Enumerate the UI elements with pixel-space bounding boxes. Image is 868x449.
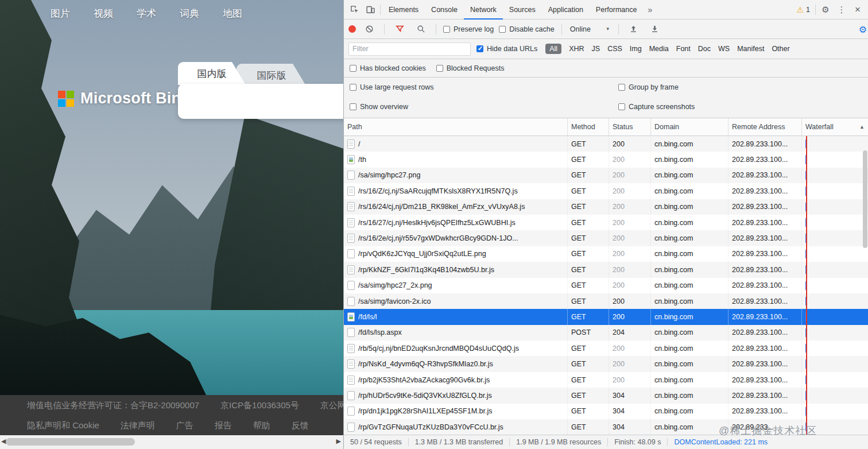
footer-link-ads[interactable]: 广告 [176, 420, 193, 431]
use-large-request-rows-checkbox[interactable] [350, 84, 356, 91]
table-row[interactable]: /rb/5q/cj,nj/bnED2uqKsnJrcndMBQD4sUuCQdQ… [344, 340, 868, 356]
column-header-domain[interactable]: Domain [651, 118, 728, 136]
throttling-dropdown[interactable]: Online ▼ [569, 25, 611, 33]
column-header-waterfall[interactable]: Waterfall ▲ [802, 118, 868, 136]
table-row[interactable]: /rs/16/Z/cj,nj/SaARcujqfMTKslsX8RYX1fR5N… [344, 183, 868, 199]
close-devtools-icon[interactable]: × [850, 2, 866, 17]
nav-images[interactable]: 图片 [51, 7, 70, 20]
table-row[interactable]: /rp/KkNZF_6GkI7l1q3Kq4B104zwb5U.br.js GE… [344, 262, 868, 277]
file-type-icon [347, 281, 355, 290]
column-header-method[interactable]: Method [568, 118, 609, 136]
warnings-badge[interactable]: ⚠ 1 [793, 5, 813, 14]
show-overview-option[interactable]: Show overview [350, 103, 408, 111]
preserve-log-option[interactable]: Preserve log [443, 25, 494, 33]
hide-data-urls-checkbox[interactable] [476, 45, 483, 52]
network-settings-gear-icon[interactable]: ⚙ [859, 24, 867, 35]
resource-type-filter[interactable]: CSS [607, 45, 622, 53]
resource-type-filter[interactable]: WS [718, 45, 730, 53]
column-header-status[interactable]: Status [609, 118, 651, 136]
search-icon[interactable] [413, 22, 429, 37]
footer-links-row: 隐私声明和 Cookie 法律声明 广告 报告 帮助 反馈 [27, 420, 309, 431]
table-row[interactable]: /th GET 200 cn.bing.com 202.89.233.100..… [344, 152, 868, 167]
resource-type-filter[interactable]: All [545, 44, 561, 54]
show-overview-checkbox[interactable] [350, 103, 356, 110]
table-row[interactable]: /rp/b2jK53ShtA2vbaZAckacg90Gv6k.br.js GE… [344, 372, 868, 388]
table-row[interactable]: /rs/16/27/cj,nj/HeslkHjv6jsQPEIfhz5LxGWU… [344, 215, 868, 230]
footer-police[interactable]: 京公网 [320, 400, 343, 411]
tab-sources[interactable]: Sources [503, 0, 542, 20]
record-network-log-button[interactable] [348, 25, 356, 33]
table-row[interactable]: /rp/vQdK6zJCYqq_Ujj0rSxiQq2utLE.png GET … [344, 246, 868, 262]
table-row[interactable]: / GET 200 cn.bing.com 202.89.233.100... [344, 136, 868, 152]
device-toolbar-icon[interactable] [362, 2, 378, 17]
request-method-cell: GET [568, 262, 609, 277]
more-tabs-icon[interactable]: » [643, 5, 657, 14]
resource-type-filter[interactable]: Manifest [737, 45, 764, 53]
group-by-frame-checkbox[interactable] [618, 84, 625, 91]
filter-funnel-icon[interactable] [392, 22, 408, 37]
hide-data-urls-option[interactable]: Hide data URLs [476, 45, 537, 53]
table-row[interactable]: /fd/ls/lsp.aspx POST 204 cn.bing.com 202… [344, 325, 868, 340]
tab-performance[interactable]: Performance [590, 0, 644, 20]
footer-link-help[interactable]: 帮助 [253, 420, 270, 431]
request-remote-address-cell: 202.89.233.100... [728, 199, 802, 215]
capture-screenshots-checkbox[interactable] [618, 103, 625, 110]
group-by-frame-option[interactable]: Group by frame [618, 83, 679, 91]
resource-type-filter[interactable]: Doc [698, 45, 711, 53]
tab-network[interactable]: Network [464, 0, 503, 20]
footer-link-feedback[interactable]: 反馈 [292, 420, 309, 431]
resource-type-filter[interactable]: JS [592, 45, 600, 53]
footer-icp[interactable]: 京ICP备10036305号 [220, 400, 299, 411]
blocked-requests-option[interactable]: Blocked Requests [436, 64, 505, 72]
footer-link-legal[interactable]: 法律声明 [121, 420, 155, 431]
table-row[interactable]: /rp/NsKd_4dyvm6qQ-R3hvpSfkMIaz0.br.js GE… [344, 356, 868, 371]
resource-type-filter[interactable]: Media [649, 45, 669, 53]
request-waterfall-cell [802, 152, 868, 167]
request-remote-address-cell: 202.89.233.100... [728, 215, 802, 230]
table-row[interactable]: /rp/dn1jk1pgK28rShAI1LXEp45SF1M.br.js GE… [344, 404, 868, 419]
blocked-requests-checkbox[interactable] [436, 65, 443, 72]
resource-type-filter[interactable]: Font [676, 45, 691, 53]
column-header-path[interactable]: Path [344, 118, 568, 136]
filter-input[interactable] [348, 42, 471, 56]
resource-type-filter[interactable]: Img [630, 45, 642, 53]
inspect-element-icon[interactable] [346, 2, 362, 17]
nav-dictionary[interactable]: 词典 [180, 7, 199, 20]
table-row[interactable]: /sa/simg/favicon-2x.ico GET 200 cn.bing.… [344, 293, 868, 309]
search-box[interactable] [178, 84, 343, 119]
disable-cache-option[interactable]: Disable cache [499, 25, 555, 33]
has-blocked-cookies-option[interactable]: Has blocked cookies [350, 64, 426, 72]
table-row[interactable]: /rs/16/24/cj,nj/Dm21B_RK98kel_AmFzx_vVUx… [344, 199, 868, 215]
tab-application[interactable]: Application [542, 0, 590, 20]
disable-cache-checkbox[interactable] [499, 26, 506, 33]
tab-console[interactable]: Console [425, 0, 464, 20]
footer-link-report[interactable]: 报告 [215, 420, 232, 431]
import-har-icon[interactable] [626, 22, 642, 37]
table-row[interactable]: /sa/simg/hpc27_2x.png GET 200 cn.bing.co… [344, 278, 868, 293]
vertical-scrollbar-thumb[interactable] [863, 150, 867, 248]
nav-academic[interactable]: 学术 [137, 7, 156, 20]
nav-videos[interactable]: 视频 [94, 7, 113, 20]
resource-type-filter[interactable]: XHR [569, 45, 584, 53]
horizontal-scrollbar-thumb[interactable] [6, 438, 135, 446]
scroll-right-icon[interactable]: ▶ [336, 438, 341, 445]
has-blocked-cookies-checkbox[interactable] [350, 65, 356, 72]
watermark: @稀土掘金技术社区 [719, 424, 817, 438]
tab-elements[interactable]: Elements [382, 0, 425, 20]
capture-screenshots-option[interactable]: Capture screenshots [618, 103, 695, 111]
preserve-log-checkbox[interactable] [443, 26, 450, 33]
horizontal-scrollbar[interactable]: ◀ ▶ [0, 435, 343, 449]
export-har-icon[interactable] [647, 22, 663, 37]
table-row[interactable]: /fd/ls/l GET 200 cn.bing.com 202.89.233.… [344, 309, 868, 324]
table-row[interactable]: /rp/hUDr5cv9tKe-5diQ3VKxU8ZfGLQ.br.js GE… [344, 388, 868, 403]
resource-type-filter[interactable]: Other [772, 45, 789, 53]
use-large-request-rows-option[interactable]: Use large request rows [350, 83, 434, 91]
settings-gear-icon[interactable]: ⚙ [817, 2, 834, 17]
table-row[interactable]: /sa/simg/hpc27.png GET 200 cn.bing.com 2… [344, 168, 868, 183]
footer-link-privacy[interactable]: 隐私声明和 Cookie [27, 420, 99, 431]
nav-maps[interactable]: 地图 [223, 7, 242, 20]
kebab-menu-icon[interactable]: ⋮ [834, 2, 850, 17]
column-header-remote-address[interactable]: Remote Address [728, 118, 802, 136]
table-row[interactable]: /rs/16/2e/cj,nj/r55v7gxWDwkhcrGBcy9GDN-1… [344, 230, 868, 246]
clear-network-log-icon[interactable] [361, 22, 377, 37]
